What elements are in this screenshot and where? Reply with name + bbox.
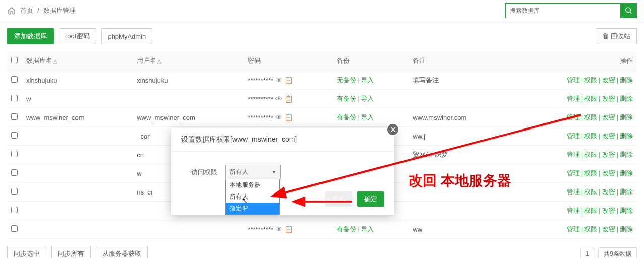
col-user[interactable]: 用户名△ [133,51,244,71]
backup-import[interactable]: 导入 [361,76,374,84]
option-local-server[interactable]: 本地服务器 [226,179,279,191]
cell-note[interactable] [409,202,512,220]
action-chpwd[interactable]: 改密 [602,188,615,196]
cell-name [22,164,133,183]
row-checkbox[interactable] [11,151,18,157]
cell-note[interactable]: ww [409,220,512,239]
row-checkbox[interactable] [11,76,18,83]
action-perm[interactable]: 权限 [584,76,597,84]
action-del[interactable]: 删除 [620,169,633,177]
action-perm[interactable]: 权限 [584,95,597,102]
row-checkbox[interactable] [11,113,18,120]
row-checkbox[interactable] [11,132,18,139]
action-manage[interactable]: 管理 [567,113,580,121]
breadcrumb: 首页 / 数据库管理 [7,6,76,15]
cell-note[interactable]: ww.j [409,127,512,146]
backup-import[interactable]: 导入 [361,95,374,102]
action-chpwd[interactable]: 改密 [602,169,615,177]
cell-note[interactable]: 填写备注 [409,71,512,90]
search-button[interactable] [621,3,637,18]
action-del[interactable]: 删除 [620,188,633,196]
cell-actions: 管理|权限|改密|删除 [512,220,637,239]
col-name[interactable]: 数据库名△ [22,51,133,71]
action-perm[interactable]: 权限 [584,113,597,121]
action-manage[interactable]: 管理 [567,169,580,177]
backup-import[interactable]: 导入 [361,225,374,233]
action-chpwd[interactable]: 改密 [602,76,615,84]
sync-all-button[interactable]: 同步所有 [51,246,91,258]
copy-icon[interactable]: 📋 [284,95,293,103]
action-perm[interactable]: 权限 [584,151,597,158]
action-del[interactable]: 删除 [620,207,633,214]
action-del[interactable]: 删除 [620,225,633,233]
action-del[interactable]: 删除 [620,76,633,84]
eye-icon[interactable]: 👁 [275,113,282,121]
phpmyadmin-button[interactable]: phpMyAdmin [101,28,152,44]
modal-confirm-button[interactable]: 确定 [357,191,384,207]
action-manage[interactable]: 管理 [567,95,580,102]
action-del[interactable]: 删除 [620,113,633,121]
eye-icon[interactable]: 👁 [275,95,282,103]
cell-note[interactable]: www.mswiner.com [409,108,512,127]
permission-modal: ✕ 设置数据库权限[www_mswiner_com] 访问权限 所有人 ▼ 本地… [171,128,394,215]
copy-icon[interactable]: 📋 [284,76,293,84]
copy-icon[interactable]: 📋 [284,225,293,233]
action-manage[interactable]: 管理 [567,188,580,196]
option-specify-ip[interactable]: 指定IP [226,203,279,214]
table-row: xinshujukuxinshujuku**********👁📋无备份|导入填写… [7,71,637,90]
action-del[interactable]: 删除 [620,151,633,158]
eye-icon[interactable]: 👁 [275,76,282,84]
row-checkbox[interactable] [11,207,18,213]
action-perm[interactable]: 权限 [584,207,597,214]
add-database-button[interactable]: 添加数据库 [7,28,54,44]
search-input[interactable] [505,3,621,18]
option-everyone[interactable]: 所有人 [226,191,279,203]
action-manage[interactable]: 管理 [567,132,580,140]
root-password-button[interactable]: root密码 [59,28,96,44]
action-manage[interactable]: 管理 [567,225,580,233]
cell-actions: 管理|权限|改密|删除 [512,71,637,90]
cell-note[interactable] [409,90,512,108]
action-chpwd[interactable]: 改密 [602,113,615,121]
eye-icon[interactable]: 👁 [275,225,282,233]
action-chpwd[interactable]: 改密 [602,95,615,102]
row-checkbox[interactable] [11,225,18,232]
row-checkbox[interactable] [11,169,18,176]
access-permission-select[interactable]: 所有人 ▼ [225,165,281,179]
cell-user [133,90,244,108]
recycle-button[interactable]: 🗑 回收站 [596,28,637,44]
action-chpwd[interactable]: 改密 [602,207,615,214]
modal-close-button[interactable]: ✕ [386,123,399,136]
backup-has[interactable]: 有备份 [337,225,356,233]
action-del[interactable]: 删除 [620,95,633,102]
cell-name: xinshujuku [22,71,133,90]
breadcrumb-home[interactable]: 首页 [20,6,33,15]
action-chpwd[interactable]: 改密 [602,132,615,140]
backup-has[interactable]: 有备份 [337,95,356,102]
action-manage[interactable]: 管理 [567,151,580,158]
backup-none[interactable]: 无备份 [337,76,356,84]
row-checkbox[interactable] [11,188,18,195]
chevron-down-icon: ▼ [272,170,276,175]
action-perm[interactable]: 权限 [584,169,597,177]
select-all-checkbox[interactable] [11,57,18,63]
action-chpwd[interactable]: 改密 [602,151,615,158]
action-manage[interactable]: 管理 [567,207,580,214]
action-perm[interactable]: 权限 [584,188,597,196]
backup-import[interactable]: 导入 [361,113,374,121]
page-number[interactable]: 1 [580,248,595,258]
action-del[interactable]: 删除 [620,132,633,140]
sync-selected-button[interactable]: 同步选中 [7,246,46,258]
row-checkbox[interactable] [11,95,18,101]
fetch-from-server-button[interactable]: 从服务器获取 [96,246,148,258]
modal-cancel-button[interactable]: 关闭 [325,191,352,207]
action-chpwd[interactable]: 改密 [602,225,615,233]
backup-has[interactable]: 有备份 [337,113,356,121]
cell-name [22,146,133,164]
action-perm[interactable]: 权限 [584,132,597,140]
action-manage[interactable]: 管理 [567,76,580,84]
cell-note[interactable]: 贸网站-织梦 [409,146,512,164]
copy-icon[interactable]: 📋 [284,113,293,121]
cell-user: www_mswiner_com [133,108,244,127]
action-perm[interactable]: 权限 [584,225,597,233]
